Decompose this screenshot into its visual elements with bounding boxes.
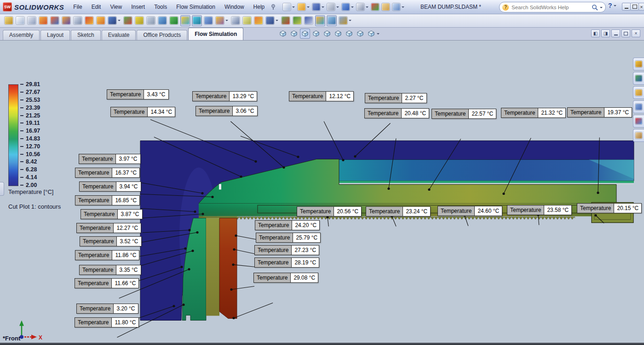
open-folder-icon[interactable]	[297, 1, 310, 12]
window-close-button[interactable]: ×	[638, 3, 644, 11]
load-results-icon[interactable]	[180, 15, 190, 26]
viewport-close-button[interactable]: ×	[632, 29, 640, 37]
general-settings-icon[interactable]	[84, 15, 94, 26]
project-template-icon[interactable]	[50, 15, 60, 26]
temperature-callout[interactable]: Temperature 11.80 °C	[75, 317, 139, 327]
temperature-callout[interactable]: Temperature 3.20 °C	[76, 304, 138, 314]
tab-flow-simulation[interactable]: Flow Simulation	[188, 28, 243, 40]
cut-plot-icon[interactable]	[315, 15, 325, 26]
window-restore-button[interactable]	[630, 3, 639, 11]
temperature-callout[interactable]: Temperature 11.86 °C	[75, 250, 139, 260]
temperature-callout[interactable]: Temperature 20.15 °C	[577, 203, 642, 213]
global-goals-icon[interactable]	[230, 15, 241, 26]
new-project-icon[interactable]	[15, 15, 25, 26]
menu-window[interactable]: Window	[220, 0, 249, 13]
temperature-callout[interactable]: Temperature 21.32 °C	[501, 108, 566, 118]
engineering-database-icon[interactable]	[61, 15, 71, 26]
solve-icon[interactable]	[123, 15, 133, 26]
appearances-scenes-icon[interactable]	[633, 115, 644, 128]
tab-evaluate[interactable]: Evaluate	[102, 30, 136, 40]
preview-icon[interactable]	[157, 15, 167, 26]
save-icon[interactable]	[311, 1, 325, 12]
temperature-callout[interactable]: Temperature 24.20 °C	[255, 220, 320, 230]
temperature-callout[interactable]: Temperature 3.52 °C	[80, 236, 142, 246]
copy-results-icon[interactable]	[203, 15, 213, 26]
help-button[interactable]: ?	[608, 2, 616, 9]
view-top-icon[interactable]	[344, 29, 354, 39]
pane-split-right-button[interactable]: ◨	[601, 29, 610, 37]
temperature-callout[interactable]: Temperature 29.08 °C	[253, 273, 318, 283]
view-isometric-icon[interactable]	[366, 29, 380, 39]
temperature-callout[interactable]: Temperature 24.60 °C	[437, 206, 502, 216]
select-cursor-icon[interactable]	[356, 1, 369, 12]
view-palette-icon[interactable]	[633, 100, 644, 113]
goal-plot-icon[interactable]	[281, 15, 291, 26]
pane-split-left-button[interactable]: ◧	[591, 29, 600, 37]
mesh-settings-icon[interactable]	[134, 15, 144, 26]
save-results-icon[interactable]	[215, 15, 229, 26]
units-icon[interactable]	[73, 15, 83, 26]
pushpin-icon[interactable]	[270, 4, 276, 10]
calculation-control-icon[interactable]	[107, 15, 121, 26]
graphics-viewport[interactable]: X 29.8127.6725.5323.3921.2519.1116.9714.…	[0, 40, 644, 345]
temperature-callout[interactable]: Temperature 3.43 °C	[107, 89, 169, 99]
point-goals-icon[interactable]	[242, 15, 252, 26]
tab-layout[interactable]: Layout	[40, 30, 70, 40]
menu-view[interactable]: View	[105, 0, 126, 13]
temperature-callout[interactable]: Temperature 22.57 °C	[431, 109, 496, 119]
solidworks-resources-home-icon[interactable]	[633, 58, 644, 70]
menu-insert[interactable]: Insert	[126, 0, 150, 13]
tab-office-products[interactable]: Office Products	[137, 30, 187, 40]
temperature-callout[interactable]: Temperature 13.29 °C	[192, 91, 257, 101]
temperature-callout[interactable]: Temperature 12.12 °C	[289, 91, 354, 101]
menu-edit[interactable]: Edit	[87, 0, 106, 13]
viewport-restore-button[interactable]	[621, 29, 630, 37]
view-front-icon[interactable]	[300, 29, 310, 39]
print-icon[interactable]	[326, 1, 340, 12]
wizard-icon[interactable]	[4, 15, 14, 26]
temperature-callout[interactable]: Temperature 16.85 °C	[75, 195, 140, 205]
temperature-callout[interactable]: Temperature 2.27 °C	[365, 93, 427, 103]
view-left-icon[interactable]	[322, 29, 332, 39]
temperature-callout[interactable]: Temperature 12.27 °C	[76, 223, 141, 233]
temperature-callout[interactable]: Temperature 28.19 °C	[254, 257, 319, 268]
temperature-callout[interactable]: Temperature 25.79 °C	[256, 233, 321, 243]
menu-tools[interactable]: Tools	[150, 0, 172, 13]
new-document-icon[interactable]	[282, 1, 296, 12]
temperature-callout[interactable]: Temperature 11.66 °C	[75, 278, 139, 288]
clone-project-icon[interactable]	[38, 15, 48, 26]
search-options-caret[interactable]	[600, 7, 603, 10]
cut-plot-contour-view[interactable]: X	[0, 40, 644, 345]
temperature-callout[interactable]: Temperature 3.35 °C	[79, 265, 141, 275]
edit-appearance-icon[interactable]	[381, 1, 391, 12]
design-library-icon[interactable]	[633, 72, 644, 85]
menu-flow-simulation[interactable]: Flow Simulation	[172, 0, 220, 13]
tab-assembly[interactable]: Assembly	[3, 30, 40, 40]
equation-goal-icon[interactable]	[265, 15, 279, 26]
temperature-callout[interactable]: Temperature 14.34 °C	[110, 107, 175, 117]
temperature-callout[interactable]: Temperature 3.87 °C	[80, 209, 143, 219]
flow-trajectories-icon[interactable]	[338, 15, 352, 26]
feature-tree-splitter-handle[interactable]	[0, 182, 4, 196]
view-bottom-icon[interactable]	[355, 29, 365, 39]
view-back-icon[interactable]	[311, 29, 321, 39]
interference-traffic-light-icon[interactable]	[370, 1, 380, 12]
component-control-icon[interactable]	[96, 15, 106, 26]
surface-goals-icon[interactable]	[253, 15, 264, 26]
temperature-callout[interactable]: Temperature 23.24 °C	[366, 206, 431, 216]
custom-properties-icon[interactable]	[633, 129, 644, 142]
menu-file[interactable]: File	[69, 0, 86, 13]
undo-icon[interactable]	[341, 1, 355, 12]
temperature-callout[interactable]: Temperature 23.58 °C	[507, 205, 572, 215]
temperature-callout[interactable]: Temperature 16.37 °C	[75, 168, 140, 178]
goals-table-icon[interactable]	[292, 15, 302, 26]
point-probe-icon[interactable]	[192, 15, 202, 26]
temperature-callout[interactable]: Temperature 27.23 °C	[254, 245, 319, 255]
copy-project-icon[interactable]	[27, 15, 37, 26]
temperature-callout[interactable]: Temperature 20.56 °C	[297, 206, 362, 216]
view-right-icon[interactable]	[333, 29, 343, 39]
search-magnifier-icon[interactable]	[592, 4, 598, 11]
temperature-callout[interactable]: Temperature 3.94 °C	[79, 181, 141, 192]
temperature-callout[interactable]: Temperature 3.97 °C	[79, 154, 141, 164]
menu-help[interactable]: Help	[249, 0, 270, 13]
